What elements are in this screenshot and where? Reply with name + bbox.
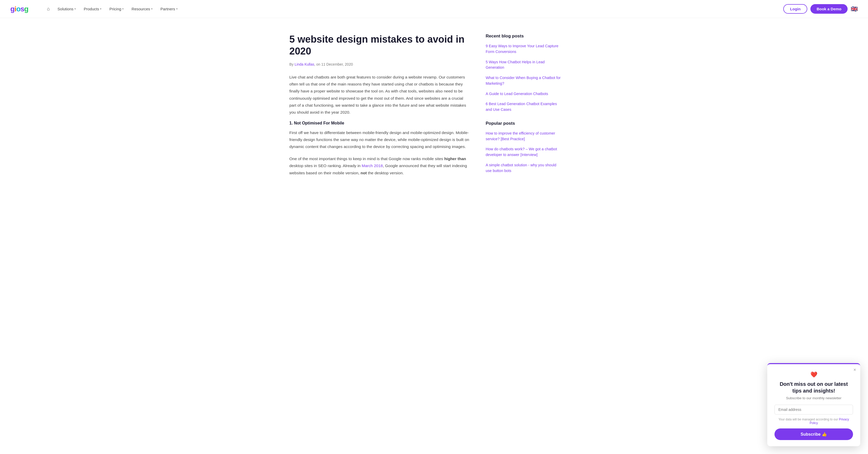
nav-resources[interactable]: Resources ▾ xyxy=(128,5,156,13)
nav-resources-label: Resources xyxy=(131,7,150,11)
home-icon: ⌂ xyxy=(47,6,50,12)
logo[interactable]: giosg xyxy=(10,5,28,13)
section-1-heading: 1. Not Optimised For Mobile xyxy=(289,121,470,126)
p3-start: One of the most important things to keep… xyxy=(289,157,444,161)
nav-solutions-label: Solutions xyxy=(58,7,74,11)
popular-post-link-1[interactable]: How to improve the efficiency of custome… xyxy=(486,131,563,142)
nav-links: ⌂ Solutions ▾ Products ▾ Pricing ▾ Resou… xyxy=(44,4,783,14)
recent-posts-title: Recent blog posts xyxy=(486,34,563,39)
nav-home[interactable]: ⌂ xyxy=(44,4,53,14)
chevron-down-icon: ▾ xyxy=(122,7,124,10)
popular-post-link-3[interactable]: A simple chatbot solution - why you shou… xyxy=(486,162,563,174)
recent-post-link-4[interactable]: A Guide to Lead Generation Chatbots xyxy=(486,91,563,97)
popular-posts-title: Popular posts xyxy=(486,121,563,126)
nav-products-label: Products xyxy=(84,7,99,11)
nav-partners-label: Partners xyxy=(160,7,175,11)
popular-posts-section: Popular posts How to improve the efficie… xyxy=(486,121,563,174)
nav-pricing[interactable]: Pricing ▾ xyxy=(106,5,127,13)
article-paragraph-3: One of the most important things to keep… xyxy=(289,155,470,176)
recent-post-link-5[interactable]: 6 Best Lead Generation Chatbot Examples … xyxy=(486,101,563,112)
page-container: 5 website design mistakes to avoid in 20… xyxy=(279,18,589,197)
article-title: 5 website design mistakes to avoid in 20… xyxy=(289,34,470,57)
article-body: Live chat and chatbots are both great fe… xyxy=(289,74,470,176)
p3-mid: desktop sites in SEO ranking. Already in xyxy=(289,163,362,168)
popular-post-link-2[interactable]: How do chatbots work? – We got a chatbot… xyxy=(486,147,563,158)
article-meta: By Linda Kullas, on 11 December, 2020 xyxy=(289,62,470,66)
chevron-down-icon: ▾ xyxy=(74,7,76,10)
recent-posts-section: Recent blog posts 9 Easy Ways to Improve… xyxy=(486,34,563,112)
march-2018-link[interactable]: March 2018 xyxy=(362,163,383,168)
meta-by: By xyxy=(289,62,294,66)
chevron-down-icon: ▾ xyxy=(151,7,153,10)
p3-final: the desktop version. xyxy=(367,171,404,175)
chevron-down-icon: ▾ xyxy=(100,7,101,10)
logo-letter: o xyxy=(16,5,21,13)
article-paragraph-1: Live chat and chatbots are both great fe… xyxy=(289,74,470,116)
recent-post-link-1[interactable]: 9 Easy Ways to Improve Your Lead Capture… xyxy=(486,43,563,55)
logo-letter: s xyxy=(21,5,24,13)
author-link[interactable]: Linda Kullas xyxy=(294,62,314,66)
nav-partners[interactable]: Partners ▾ xyxy=(157,5,181,13)
book-demo-button[interactable]: Book a Demo xyxy=(810,4,847,14)
language-flag[interactable]: 🇬🇧 xyxy=(851,6,858,12)
logo-letter: g xyxy=(24,5,28,13)
logo-letter: i xyxy=(14,5,16,13)
nav-pricing-label: Pricing xyxy=(109,7,121,11)
chevron-down-icon: ▾ xyxy=(176,7,178,10)
nav-products[interactable]: Products ▾ xyxy=(81,5,104,13)
logo-letter: g xyxy=(10,5,14,13)
nav-actions: Login Book a Demo 🇬🇧 xyxy=(783,4,858,14)
recent-post-link-3[interactable]: What to Consider When Buying a Chatbot f… xyxy=(486,75,563,87)
sidebar: Recent blog posts 9 Easy Ways to Improve… xyxy=(486,34,563,182)
meta-date: , on 11 December, 2020 xyxy=(314,62,353,66)
article-paragraph-2: First off we have to differentiate betwe… xyxy=(289,129,470,150)
recent-post-link-2[interactable]: 5 Ways How Chatbot Helps in Lead Generat… xyxy=(486,59,563,71)
nav-solutions[interactable]: Solutions ▾ xyxy=(55,5,79,13)
navigation: giosg ⌂ Solutions ▾ Products ▾ Pricing ▾… xyxy=(0,0,868,18)
login-button[interactable]: Login xyxy=(783,4,807,14)
p3-bold1: higher than xyxy=(444,157,466,161)
main-content: 5 website design mistakes to avoid in 20… xyxy=(289,34,470,182)
p3-bold2: not xyxy=(361,171,367,175)
